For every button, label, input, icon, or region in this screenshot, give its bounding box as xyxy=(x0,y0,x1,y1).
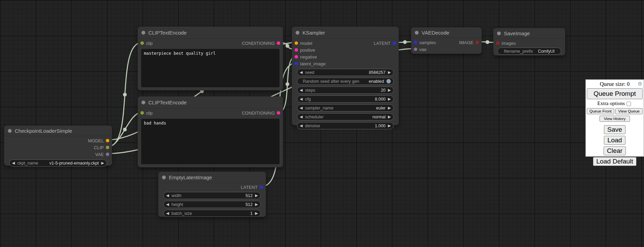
conditioning-output-port[interactable] xyxy=(277,41,280,45)
sampler-name-widget[interactable]: ◀ sampler_name euler ▶ xyxy=(297,104,394,112)
negative-cond-link-midpoint-dot[interactable] xyxy=(286,82,289,86)
filename-prefix-widget[interactable]: filename_prefix ComfyUI xyxy=(497,48,561,55)
decrement-arrow-icon[interactable]: ◀ xyxy=(300,106,302,110)
conditioning-output-port[interactable] xyxy=(277,111,280,115)
decrement-arrow-icon[interactable]: ◀ xyxy=(300,70,302,74)
view-queue-button[interactable]: View Queue xyxy=(615,108,643,114)
node-checkpoint-loader[interactable]: CheckpointLoaderSimple MODEL CLIP VAE ◀ … xyxy=(4,126,112,166)
negative-prompt-textarea[interactable]: bad hands xyxy=(141,119,280,164)
collapse-dot-icon[interactable] xyxy=(497,31,501,35)
collapse-dot-icon[interactable] xyxy=(162,176,166,179)
output-label: LATENT xyxy=(374,41,391,46)
settings-gear-icon[interactable]: ⚙ xyxy=(638,81,642,87)
latent-output-port[interactable] xyxy=(260,185,263,189)
collapse-dot-icon[interactable] xyxy=(141,101,145,104)
samples-link-midpoint-dot[interactable] xyxy=(403,40,407,44)
decrement-arrow-icon[interactable]: ◀ xyxy=(300,88,302,92)
node-clip-text-encode-positive[interactable]: CLIPTextEncode clip CONDITIONING masterp… xyxy=(138,27,283,90)
increment-arrow-icon[interactable]: ▶ xyxy=(388,115,391,119)
increment-arrow-icon[interactable]: ▶ xyxy=(388,106,391,110)
steps-widget[interactable]: ◀ steps 20 ▶ xyxy=(297,87,394,94)
comfyui-canvas[interactable]: { "canvas": { "wire_color": "#bfcdb8" },… xyxy=(0,0,644,247)
extra-options-checkbox[interactable] xyxy=(627,102,631,106)
widget-label: cfg xyxy=(305,97,311,102)
decrement-arrow-icon[interactable]: ◀ xyxy=(166,211,169,215)
clip-input-port[interactable] xyxy=(140,111,144,115)
increment-arrow-icon[interactable]: ▶ xyxy=(255,194,258,197)
increment-arrow-icon[interactable]: ▶ xyxy=(255,211,258,215)
random-seed-toggle-widget[interactable]: Random seed after every gen enabled xyxy=(297,78,394,85)
decrement-arrow-icon[interactable]: ◀ xyxy=(300,115,302,119)
node-title-bar[interactable]: EmptyLatentImage xyxy=(158,172,266,183)
toggle-knob-icon[interactable] xyxy=(386,79,391,83)
seed-widget[interactable]: ◀ seed 8566257 ▶ xyxy=(297,69,394,76)
node-title-bar[interactable]: CLIPTextEncode xyxy=(138,27,283,39)
node-save-image[interactable]: SaveImage images filename_prefix ComfyUI xyxy=(493,28,565,55)
samples-input-port[interactable] xyxy=(414,41,417,44)
load-default-button[interactable]: Load Default xyxy=(593,157,637,166)
increment-arrow-icon[interactable]: ▶ xyxy=(101,161,104,165)
decrement-arrow-icon[interactable]: ◀ xyxy=(166,194,169,197)
positive-prompt-textarea[interactable]: masterpiece best quality girl xyxy=(141,49,280,87)
clip-output-port[interactable] xyxy=(106,146,109,149)
input-row: latent_image xyxy=(292,60,399,67)
load-button[interactable]: Load xyxy=(604,136,625,145)
decrement-arrow-icon[interactable]: ◀ xyxy=(12,161,15,165)
widget-value: 512 xyxy=(246,202,253,207)
widget-value: 8.000 xyxy=(375,97,385,102)
width-widget[interactable]: ◀ width 512 ▶ xyxy=(163,192,261,199)
clip-to-positive-link-midpoint-dot[interactable] xyxy=(123,93,127,96)
image-output-port[interactable] xyxy=(475,41,479,44)
clip-to-negative-link-midpoint-dot[interactable] xyxy=(123,128,127,131)
collapse-dot-icon[interactable] xyxy=(296,31,299,35)
vae-output-port[interactable] xyxy=(106,153,109,156)
widget-label: batch_size xyxy=(171,211,192,216)
increment-arrow-icon[interactable]: ▶ xyxy=(388,88,391,92)
increment-arrow-icon[interactable]: ▶ xyxy=(255,203,258,206)
collapse-dot-icon[interactable] xyxy=(8,129,12,133)
ckpt-name-widget[interactable]: ◀ ckpt_name v1-5-pruned-emaonly.ckpt ▶ xyxy=(9,159,107,167)
decrement-arrow-icon[interactable]: ◀ xyxy=(300,124,302,128)
positive-input-port[interactable] xyxy=(295,48,298,52)
node-title-bar[interactable]: VAEDecode xyxy=(411,27,482,38)
decrement-arrow-icon[interactable]: ◀ xyxy=(300,97,302,101)
increment-arrow-icon[interactable]: ▶ xyxy=(388,124,391,128)
save-button[interactable]: Save xyxy=(604,125,626,134)
scheduler-widget[interactable]: ◀ scheduler normal ▶ xyxy=(297,113,394,120)
input-label: latent_image xyxy=(300,61,325,66)
clip-input-port[interactable] xyxy=(140,41,144,45)
increment-arrow-icon[interactable]: ▶ xyxy=(388,70,391,74)
latent-output-port[interactable] xyxy=(393,41,396,45)
node-title-bar[interactable]: CLIPTextEncode xyxy=(138,96,283,108)
queue-front-button[interactable]: Queue Front xyxy=(587,108,614,114)
increment-arrow-icon[interactable]: ▶ xyxy=(388,97,391,101)
output-label: CONDITIONING xyxy=(242,41,275,46)
node-vae-decode[interactable]: VAEDecode samples IMAGE vae xyxy=(411,27,482,54)
model-input-port[interactable] xyxy=(295,41,298,45)
view-history-button[interactable]: View History xyxy=(599,116,630,122)
clear-button[interactable]: Clear xyxy=(604,146,626,155)
vae-input-port[interactable] xyxy=(414,48,417,51)
collapse-dot-icon[interactable] xyxy=(141,31,145,35)
decrement-arrow-icon[interactable]: ◀ xyxy=(166,203,169,206)
negative-input-port[interactable] xyxy=(295,55,298,58)
batch-size-widget[interactable]: ◀ batch_size 1 ▶ xyxy=(163,210,261,217)
image-link-midpoint-dot[interactable] xyxy=(486,40,490,44)
queue-prompt-button[interactable]: Queue Prompt xyxy=(587,88,643,99)
widget-value: 20 xyxy=(381,88,386,93)
node-clip-text-encode-negative[interactable]: CLIPTextEncode clip CONDITIONING bad han… xyxy=(138,96,283,167)
cfg-widget[interactable]: ◀ cfg 8.000 ▶ xyxy=(297,95,394,103)
images-input-port[interactable] xyxy=(496,41,499,45)
model-output-port[interactable] xyxy=(106,139,109,142)
latent-image-input-port[interactable] xyxy=(295,62,298,65)
node-title-bar[interactable]: KSampler xyxy=(292,27,399,39)
node-ksampler[interactable]: KSampler model LATENT positive negative … xyxy=(292,27,399,125)
positive-cond-link-midpoint-dot[interactable] xyxy=(286,44,289,48)
node-title-bar[interactable]: CheckpointLoaderSimple xyxy=(4,126,112,136)
input-label: images xyxy=(501,41,516,46)
node-empty-latent-image[interactable]: EmptyLatentImage LATENT ◀ width 512 ▶ ◀ … xyxy=(158,172,266,217)
collapse-dot-icon[interactable] xyxy=(415,31,419,35)
height-widget[interactable]: ◀ height 512 ▶ xyxy=(163,201,261,208)
denoise-widget[interactable]: ◀ denoise 1.000 ▶ xyxy=(297,122,394,129)
node-title-bar[interactable]: SaveImage xyxy=(493,28,565,39)
